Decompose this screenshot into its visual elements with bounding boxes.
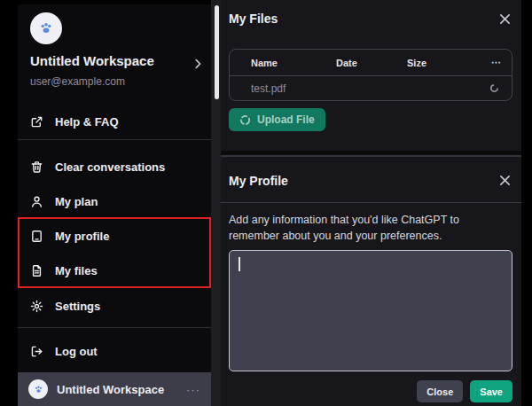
- sidebar-divider: [18, 327, 211, 328]
- profile-description: Add any information that you'd like Chat…: [229, 212, 502, 244]
- file-icon: [30, 264, 43, 277]
- sidebar-item-label: My files: [55, 264, 98, 277]
- sidebar-item-help-faq[interactable]: Help & FAQ: [18, 104, 211, 139]
- sidebar-item-label: Clear conversations: [55, 160, 165, 174]
- sidebar-item-log-out[interactable]: Log out: [18, 333, 211, 369]
- close-icon[interactable]: [497, 173, 512, 189]
- chevron-right-icon[interactable]: [192, 58, 204, 70]
- my-files-title: My Files: [229, 12, 278, 26]
- my-profile-title: My Profile: [229, 174, 288, 188]
- upload-file-button[interactable]: Upload File: [229, 108, 325, 131]
- sidebar-divider: [18, 139, 211, 140]
- file-name: test.pdf: [230, 82, 336, 95]
- profile-card-icon: [30, 230, 43, 243]
- close-icon[interactable]: [497, 11, 512, 27]
- sidebar-item-label: Help & FAQ: [55, 115, 119, 129]
- workspace-avatar: [30, 12, 62, 44]
- sidebar-item-clear-conversations[interactable]: Clear conversations: [18, 149, 211, 184]
- external-link-icon: [30, 115, 43, 129]
- workspace-name[interactable]: Untitled Workspace: [30, 53, 154, 68]
- sidebar-item-settings[interactable]: Settings: [18, 288, 211, 324]
- workspace-avatar-small: [28, 379, 48, 399]
- gear-icon: [30, 300, 43, 313]
- footer-workspace-name: Untitled Workspace: [57, 383, 177, 396]
- column-header-date: Date: [336, 58, 407, 68]
- user-icon: [30, 195, 43, 208]
- files-table: Name Date Size ⋯ test.pdf: [229, 49, 512, 101]
- paw-icon: [33, 384, 44, 395]
- close-button[interactable]: Close: [417, 380, 463, 402]
- my-profile-section: My Profile Add any information that you'…: [221, 159, 521, 406]
- workspace-email: user@example.com: [30, 75, 125, 88]
- logout-icon: [30, 345, 43, 358]
- spinner-icon[interactable]: [487, 83, 512, 93]
- profile-textarea-wrap: [229, 250, 512, 371]
- profile-footer: Close Save: [221, 380, 512, 402]
- sidebar-item-my-profile[interactable]: My profile: [18, 218, 211, 254]
- spinner-icon: [239, 114, 251, 126]
- sidebar-item-label: My plan: [55, 195, 98, 208]
- workspace-sidebar: Untitled Workspace user@example.com Help…: [18, 4, 211, 406]
- files-table-header: Name Date Size ⋯: [230, 50, 512, 76]
- workspace-footer-bar[interactable]: Untitled Workspace ···: [18, 372, 211, 406]
- ellipsis-icon[interactable]: ···: [186, 383, 200, 396]
- panel-scrollbar-thumb[interactable]: [215, 5, 219, 99]
- column-header-size: Size: [407, 58, 487, 68]
- sidebar-item-label: Settings: [55, 300, 100, 313]
- save-button[interactable]: Save: [470, 380, 512, 402]
- app-window: Untitled Workspace user@example.com Help…: [0, 0, 532, 406]
- column-header-actions[interactable]: ⋯: [487, 57, 512, 68]
- table-row[interactable]: test.pdf: [230, 76, 512, 100]
- paw-icon: [37, 20, 55, 37]
- section-divider: [221, 151, 521, 157]
- upload-file-label: Upload File: [257, 113, 315, 126]
- sidebar-item-label: My profile: [55, 230, 109, 243]
- column-header-name: Name: [230, 58, 336, 68]
- settings-panel: My Files Name Date Size ⋯ test.pdf: [221, 0, 521, 406]
- sidebar-item-my-plan[interactable]: My plan: [18, 183, 211, 219]
- profile-textarea[interactable]: [229, 250, 512, 371]
- sidebar-item-my-files[interactable]: My files: [18, 253, 211, 288]
- sidebar-item-label: Log out: [55, 345, 98, 358]
- my-files-section: My Files Name Date Size ⋯ test.pdf: [221, 0, 521, 151]
- trash-icon: [30, 160, 43, 174]
